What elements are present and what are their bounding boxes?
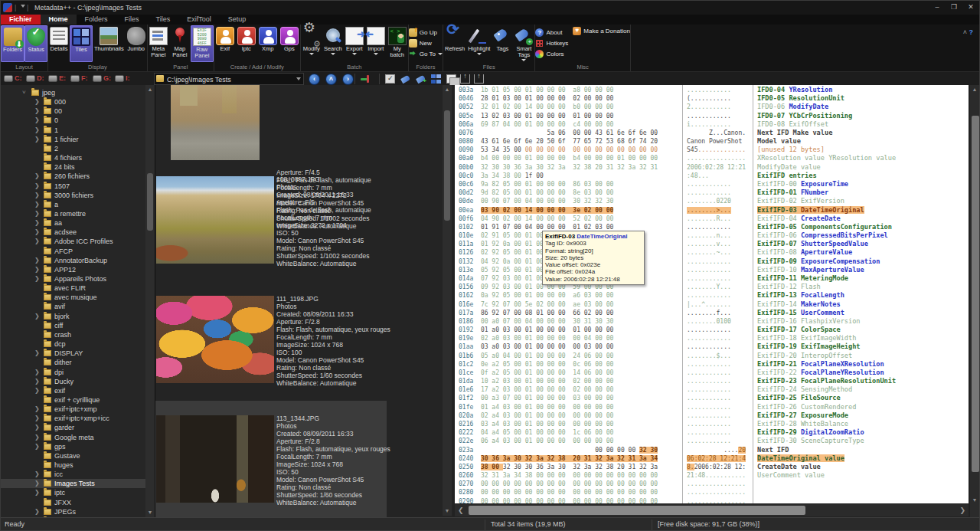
tree-item-garder[interactable]: ❯garder xyxy=(1,423,146,432)
drive-g[interactable]: G: xyxy=(93,74,111,82)
expand-icon[interactable]: ❯ xyxy=(34,423,40,432)
tiles-icon[interactable] xyxy=(431,74,441,84)
tree-item-exif-iptc-xmp-icc[interactable]: ❯exif+iptc+xmp+icc xyxy=(1,414,146,423)
tree-item-jfxx[interactable]: JFXX xyxy=(1,498,146,507)
tree-item-000[interactable]: ❯000 xyxy=(1,97,146,107)
folders-button[interactable]: Folders xyxy=(1,25,24,62)
gps-button[interactable]: Gps xyxy=(279,25,300,62)
drive-e[interactable]: E: xyxy=(48,74,66,82)
hex-scroll-left-icon[interactable]: ❮ xyxy=(458,506,464,515)
hotkeys-button[interactable]: Hotkeys xyxy=(535,38,568,48)
hex-row-00f6[interactable]: 00f6 04 90 02 00 14 00 00 00 52 02 00 00… xyxy=(455,215,969,223)
hex-row-0270[interactable]: 0270 00 00 00 00 00 00 00 00 00 00 00 00… xyxy=(455,480,969,488)
export-up-icon[interactable] xyxy=(460,74,470,84)
hex-row-0250[interactable]: 0250 38 00 32 30 30 36 3a 30 32 3a 32 38… xyxy=(455,463,969,471)
tree-item-app12[interactable]: ❯APP12 xyxy=(1,265,146,274)
address-bar[interactable]: C:\jpeg\Images Tests xyxy=(154,73,304,85)
address-dropdown-icon[interactable] xyxy=(296,77,301,80)
go-up-button[interactable]: Go Up xyxy=(409,27,443,38)
hex-row-019e[interactable]: 019e 02 a0 03 00 01 00 00 00 00 04 00 00… xyxy=(455,334,969,343)
tree-item-icc[interactable]: ❯icc xyxy=(1,470,146,479)
tree-scroll-thumb[interactable] xyxy=(147,173,153,231)
hex-row-0260[interactable]: 0260 32 31 3a 34 38 00 00 00 00 00 00 00… xyxy=(455,471,969,480)
expand-icon[interactable]: ❯ xyxy=(34,274,40,284)
hex-vertical-scrollbar[interactable]: ▲ ▼ xyxy=(970,85,980,517)
drive-i[interactable]: I: xyxy=(115,74,130,82)
hex-row-006a[interactable]: 006a 69 87 04 00 01 00 00 00 c4 00 00 00… xyxy=(455,120,969,129)
expand-icon[interactable]: ❯ xyxy=(34,433,40,442)
hex-row-0076[interactable]: 0076 5a 06 00 00 43 61 6e 6f 6e 00 Z...C… xyxy=(455,129,969,137)
hex-row-00b0[interactable]: 00b0 32 30 30 36 3a 30 32 3a 32 38 20 31… xyxy=(455,163,969,172)
expand-icon[interactable]: ❯ xyxy=(34,135,40,144)
hex-row-01b6[interactable]: 01b6 05 a0 04 00 01 00 00 00 24 06 00 00… xyxy=(455,352,969,360)
file-item-108-0897-jpg[interactable]: 108_0897.JPGPhotosCreated: 08/09/2011 16… xyxy=(155,162,387,281)
new-button[interactable]: New xyxy=(409,38,443,48)
tree-item-ducky[interactable]: ❯Ducky xyxy=(1,377,146,386)
expand-icon[interactable]: ❯ xyxy=(34,116,40,125)
expand-icon[interactable]: ❯ xyxy=(34,191,40,200)
hex-row-00c0[interactable]: 00c0 3a 34 38 00 1f 00:48...ExifIFD entr… xyxy=(455,172,969,180)
tree-scroll-down-icon[interactable]: ▼ xyxy=(145,508,155,517)
hex-row-01da[interactable]: 01da 10 a2 03 00 01 00 00 00 02 00 00 00… xyxy=(455,377,969,385)
hex-row-010e[interactable]: 010e 02 91 05 00 01 00 00 00 6e 03 00 00… xyxy=(455,231,969,240)
expand-icon[interactable]: ❯ xyxy=(34,107,40,116)
tree-item-annotatorbackup[interactable]: ❯AnnotatorBackup xyxy=(1,256,146,265)
hex-row-0290[interactable]: 0290 00 00 00 00 00 00 00 00 00 00 00 00… xyxy=(455,497,969,503)
hex-row-005e[interactable]: 005e 13 02 03 00 01 00 00 00 01 00 00 00… xyxy=(455,112,969,120)
expand-icon[interactable]: ❯ xyxy=(34,218,40,228)
meta-panel-button[interactable]: Meta Panel xyxy=(148,25,169,62)
expand-icon[interactable]: ❯ xyxy=(34,126,40,135)
hex-row-023a[interactable]: 023a 00 00 00 00 32 30 ....20Next IFD xyxy=(455,446,969,454)
pin-icon[interactable] xyxy=(361,74,371,84)
tree-item-dpi[interactable]: ❯dpi xyxy=(1,368,146,377)
highlight-button[interactable]: Highlight xyxy=(466,25,492,62)
tiles-button[interactable]: Tiles xyxy=(70,25,93,62)
nav-back-icon[interactable]: ‹ xyxy=(309,74,320,85)
expand-icon[interactable]: ❯ xyxy=(34,470,40,479)
tree-item-1-fichier[interactable]: ❯1 fichier xyxy=(1,135,146,144)
files-scrollbar[interactable]: ▲ ▼ xyxy=(443,85,452,516)
tree-item-2[interactable]: 2 xyxy=(1,144,146,153)
tree-item-3000-fichiers[interactable]: ❯3000 fichiers xyxy=(1,191,146,200)
hex-row-01aa[interactable]: 01aa 03 a0 03 00 01 00 00 00 00 03 00 00… xyxy=(455,343,969,351)
search-button[interactable]: Search xyxy=(322,25,344,62)
expand-icon[interactable]: ❯ xyxy=(34,442,40,451)
tab-files[interactable]: Files xyxy=(116,15,148,25)
hex-scroll-up-icon[interactable]: ▲ xyxy=(970,85,979,94)
hex-row-00d2[interactable]: 00d2 9d 82 05 00 01 00 00 00 8e 03 00 00… xyxy=(455,188,969,197)
hex-row-0102[interactable]: 0102 01 91 07 00 04 00 00 00 01 02 03 00… xyxy=(455,223,969,231)
expand-icon[interactable]: ❯ xyxy=(34,172,40,181)
details-button[interactable]: Details xyxy=(48,25,70,62)
smart-tags-button[interactable]: Smart Tags xyxy=(513,25,534,62)
checkbox-icon[interactable] xyxy=(385,74,395,84)
drive-c[interactable]: C: xyxy=(4,74,22,82)
hex-row-0080[interactable]: 0080 43 61 6e 6f 6e 20 50 6f 77 65 72 53… xyxy=(455,137,969,146)
expand-icon[interactable]: ❯ xyxy=(34,386,40,395)
tree-item-avec-musique[interactable]: avec musique xyxy=(1,293,146,302)
collapse-icon[interactable]: ˅ xyxy=(22,88,26,97)
tree-item-adobe-icc-profiles[interactable]: ❯Adobe ICC Profiles xyxy=(1,237,146,246)
tree-item-jpeg[interactable]: ˅jpeg xyxy=(1,88,146,97)
hex-row-0222[interactable]: 0222 04 a4 05 00 01 00 00 00 1c 06 00 00… xyxy=(455,428,969,437)
hex-row-0046[interactable]: 0046 28 01 03 00 01 00 00 00 02 00 00 00… xyxy=(455,94,969,103)
files-scroll-up-icon[interactable]: ▲ xyxy=(443,85,452,94)
file-item[interactable]: Aperture: F/4.5Flash: Pas de flash, auto… xyxy=(155,85,387,162)
about-button[interactable]: About xyxy=(535,27,568,38)
tree-item-appareils-photos[interactable]: ❯Appareils Photos xyxy=(1,274,146,284)
maximize-button[interactable]: ❐ xyxy=(946,1,962,13)
tree-item-images-tests[interactable]: ❯Images Tests xyxy=(1,479,146,488)
tree-item-bjork[interactable]: ❯bjork xyxy=(1,312,146,321)
file-item-111-1198-jpg[interactable]: 111_1198.JPGPhotosCreated: 08/09/2011 16… xyxy=(155,281,387,401)
hex-scroll-down-icon[interactable]: ▼ xyxy=(970,496,979,505)
tab-tiles[interactable]: Tiles xyxy=(148,15,179,25)
hex-row-01fe[interactable]: 01fe 01 a4 03 00 01 00 00 00 00 00 00 00… xyxy=(455,403,969,411)
status-button[interactable]: Status xyxy=(24,25,47,62)
tree-item-acdsee[interactable]: ❯acdsee xyxy=(1,228,146,237)
hex-row-017a[interactable]: 017a 86 92 07 00 08 01 00 00 66 02 00 00… xyxy=(455,309,969,317)
tree-item-ciff[interactable]: ciff xyxy=(1,321,146,330)
tree-item-display[interactable]: ❯DISPLAY xyxy=(1,349,146,358)
tree-item-dcp[interactable]: dcp xyxy=(1,339,146,349)
expand-icon[interactable]: ❯ xyxy=(34,368,40,377)
hex-row-014a[interactable]: 014a 07 92 03 00 01 00 00 00 05 00 00 00… xyxy=(455,274,969,283)
tree-item-exif-cyrillique[interactable]: exif + cyrillique xyxy=(1,395,146,405)
